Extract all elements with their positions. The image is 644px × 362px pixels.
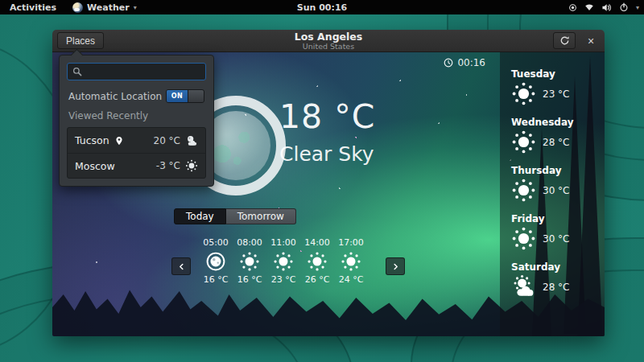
few-clouds-night-icon bbox=[185, 134, 198, 147]
clock-icon bbox=[444, 58, 453, 68]
clear-night-icon bbox=[205, 251, 226, 272]
header-bar: Places Los Angeles United States × bbox=[52, 30, 605, 52]
places-button[interactable]: Places bbox=[57, 32, 104, 49]
hourly-prev-button[interactable] bbox=[171, 257, 191, 275]
chevron-right-icon bbox=[391, 262, 400, 271]
location-title: Los Angeles bbox=[52, 31, 605, 42]
chevron-down-icon: ▾ bbox=[134, 4, 137, 11]
location-name: Tucson bbox=[75, 134, 109, 146]
power-icon bbox=[619, 2, 629, 12]
hourly-item: 08:00 16 °C bbox=[234, 237, 265, 285]
hour-temp: 26 °C bbox=[302, 274, 332, 285]
weather-window: Places Los Angeles United States × 00:16 bbox=[52, 30, 605, 336]
recent-location-moscow[interactable]: Moscow -3 °C bbox=[68, 153, 205, 178]
activities-button[interactable]: Activities bbox=[0, 0, 66, 14]
current-temperature: 18 °C bbox=[279, 97, 375, 136]
day-item-wednesday[interactable]: Wednesday 28 °C bbox=[511, 117, 605, 154]
day-item-thursday[interactable]: Thursday 30 °C bbox=[511, 165, 605, 203]
app-menu-button[interactable]: Weather ▾ bbox=[66, 0, 143, 14]
day-label: Saturday bbox=[511, 261, 605, 273]
day-label: Wednesday bbox=[511, 117, 605, 128]
system-status-area[interactable]: ▾ bbox=[568, 0, 639, 14]
hourly-item: 05:00 16 °C bbox=[200, 237, 231, 285]
recent-location-tucson[interactable]: Tucson 20 °C bbox=[68, 128, 205, 153]
day-item-friday[interactable]: Friday 30 °C bbox=[511, 213, 605, 251]
day-label: Friday bbox=[511, 213, 605, 224]
hour-label: 08:00 bbox=[234, 237, 265, 248]
clear-day-icon bbox=[273, 251, 294, 272]
app-menu-label: Weather bbox=[87, 2, 130, 13]
location-search-field[interactable] bbox=[67, 63, 206, 80]
day-temp: 28 °C bbox=[543, 137, 569, 148]
current-conditions: 18 °C Clear Sky bbox=[279, 97, 375, 166]
hour-temp: 24 °C bbox=[336, 274, 366, 285]
hourly-next-button[interactable] bbox=[386, 257, 405, 275]
tab-tomorrow[interactable]: Tomorrow bbox=[226, 208, 296, 224]
recent-locations-list: Tucson 20 °C Moscow -3 °C bbox=[67, 127, 206, 179]
day-label: Tuesday bbox=[511, 68, 605, 80]
clear-day-icon bbox=[239, 251, 260, 272]
clear-day-icon bbox=[511, 130, 536, 154]
toggle-knob bbox=[188, 90, 204, 102]
forecast-tabs: Today Tomorrow bbox=[174, 208, 296, 224]
search-input[interactable] bbox=[87, 66, 200, 77]
hour-label: 11:00 bbox=[268, 237, 299, 248]
day-temp: 30 °C bbox=[543, 185, 569, 196]
clear-day-icon bbox=[511, 226, 536, 251]
hour-label: 17:00 bbox=[336, 237, 366, 248]
places-popover: Automatic Location ON Viewed Recently Tu… bbox=[59, 55, 214, 187]
local-time: 00:16 bbox=[444, 57, 485, 68]
volume-icon bbox=[601, 2, 612, 13]
day-temp: 30 °C bbox=[543, 233, 569, 245]
hour-temp: 23 °C bbox=[268, 274, 299, 285]
location-temp: 20 °C bbox=[154, 135, 180, 146]
hourly-item: 17:00 24 °C bbox=[336, 237, 366, 285]
hour-temp: 16 °C bbox=[234, 274, 265, 285]
window-title: Los Angeles United States bbox=[52, 31, 605, 51]
automatic-location-toggle[interactable]: ON bbox=[166, 89, 204, 103]
location-subtitle: United States bbox=[52, 42, 605, 51]
viewed-recently-header: Viewed Recently bbox=[68, 110, 204, 121]
day-label: Thursday bbox=[511, 165, 605, 176]
refresh-button[interactable] bbox=[553, 32, 576, 49]
wifi-icon bbox=[584, 2, 594, 12]
location-pin-icon bbox=[114, 135, 124, 146]
day-temp: 23 °C bbox=[543, 88, 569, 100]
clear-day-icon bbox=[307, 251, 328, 272]
location-temp: -3 °C bbox=[156, 160, 180, 171]
automatic-location-row: Automatic Location ON bbox=[68, 89, 204, 103]
chevron-down-icon: ▾ bbox=[636, 4, 639, 11]
daily-forecast-sidebar: Tuesday 23 °C Wednesday 28 °C Thursday 3… bbox=[500, 52, 605, 336]
close-icon: × bbox=[588, 35, 594, 47]
activities-label: Activities bbox=[10, 2, 56, 13]
day-item-tuesday[interactable]: Tuesday 23 °C bbox=[511, 68, 605, 106]
toggle-on-label: ON bbox=[167, 90, 188, 102]
close-button[interactable]: × bbox=[582, 35, 600, 47]
weather-app-icon bbox=[72, 2, 83, 13]
hourly-item: 11:00 23 °C bbox=[268, 237, 299, 285]
clock-label: Sun 00:16 bbox=[297, 2, 347, 13]
hour-temp: 16 °C bbox=[200, 274, 231, 285]
recording-indicator-icon bbox=[568, 3, 577, 12]
clear-day-icon bbox=[511, 178, 536, 203]
location-name: Moscow bbox=[75, 160, 115, 172]
chevron-left-icon bbox=[177, 262, 186, 271]
tab-today[interactable]: Today bbox=[174, 208, 226, 224]
clear-day-icon bbox=[341, 251, 361, 272]
day-temp: 28 °C bbox=[543, 282, 569, 293]
refresh-icon bbox=[559, 35, 570, 46]
hour-label: 05:00 bbox=[200, 237, 231, 248]
local-time-label: 00:16 bbox=[457, 57, 485, 68]
clear-day-icon bbox=[511, 81, 536, 106]
search-icon bbox=[72, 67, 82, 76]
day-item-saturday[interactable]: Saturday 28 °C bbox=[511, 261, 605, 299]
gnome-top-bar: Activities Weather ▾ Sun 00:16 ▾ bbox=[0, 0, 644, 14]
hourly-forecast: 05:00 16 °C 08:00 16 °C 11:00 23 °C 14:0… bbox=[171, 237, 405, 285]
few-clouds-day-icon bbox=[511, 274, 536, 299]
hour-label: 14:00 bbox=[302, 237, 332, 248]
hourly-item: 14:00 26 °C bbox=[302, 237, 332, 285]
current-condition: Clear Sky bbox=[279, 142, 375, 166]
automatic-location-label: Automatic Location bbox=[68, 91, 162, 102]
clear-day-icon bbox=[185, 159, 198, 172]
